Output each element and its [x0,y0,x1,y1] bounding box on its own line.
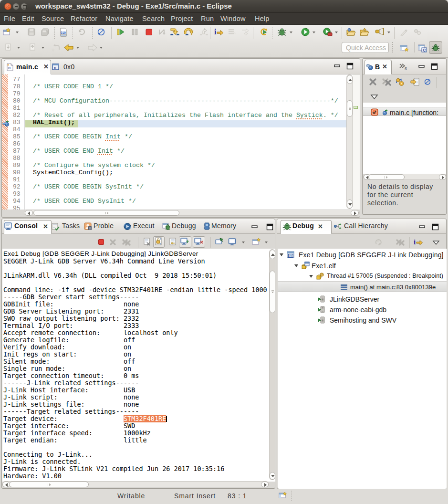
svg-text:6: 6 [405,66,407,71]
svg-text:C: C [290,254,292,258]
svg-text:c: c [54,65,56,70]
svg-text:010: 010 [61,31,66,34]
svg-text:i: i [214,28,217,36]
svg-text:i: i [414,238,416,246]
svg-text:C: C [423,48,426,52]
svg-text:c: c [8,66,10,71]
